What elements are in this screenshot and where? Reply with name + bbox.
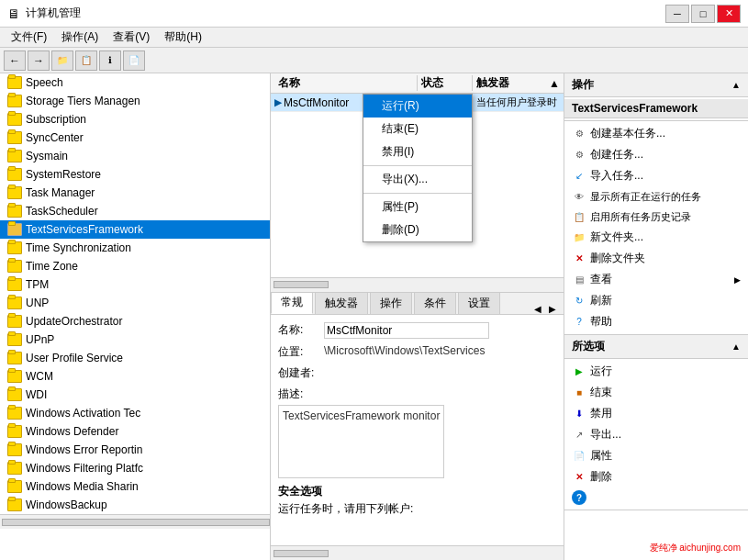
action-enable-history[interactable]: 📋 启用所有任务历史记录: [564, 207, 748, 227]
detail-name-row: 名称:: [278, 322, 556, 339]
tree-item-systemrestore[interactable]: SystemRestore: [0, 165, 270, 184]
right-actions-list: ⚙ 创建基本任务... ⚙ 创建任务... ↙ 导入任务... 👁 显示所有正在…: [564, 121, 748, 335]
tree-item-windefender[interactable]: Windows Defender: [0, 422, 270, 441]
up-button[interactable]: 📁: [51, 50, 73, 71]
tab-actions[interactable]: 操作: [370, 293, 412, 314]
action-new-folder[interactable]: 📁 新文件夹...: [564, 227, 748, 248]
folder-icon-winbackup: [7, 498, 22, 511]
tree-item-textservices[interactable]: TextServicesFramework: [0, 220, 270, 239]
tree-item-sysmain[interactable]: Sysmain: [0, 147, 270, 165]
folder-icon-storage: [7, 95, 22, 107]
refresh-icon: ↻: [572, 294, 586, 308]
tree-item-unp[interactable]: UNP: [0, 294, 270, 312]
selected-action-properties[interactable]: 📄 属性: [564, 445, 748, 466]
action-create-task[interactable]: ⚙ 创建任务...: [564, 144, 748, 165]
tab-general[interactable]: 常规: [271, 293, 313, 314]
selected-action-end[interactable]: ■ 结束: [564, 382, 748, 403]
tree-item-winmedia[interactable]: Windows Media Sharin: [0, 477, 270, 496]
tree-item-subscription[interactable]: Subscription: [0, 110, 270, 129]
red-x-icon-1: ✕: [572, 252, 586, 266]
selected-collapse-arrow[interactable]: ▲: [731, 342, 741, 352]
bottom-scrollbar[interactable]: [271, 545, 564, 560]
gear-icon-2: ⚙: [572, 148, 586, 162]
action-create-basic[interactable]: ⚙ 创建基本任务...: [564, 123, 748, 144]
tree-item-taskmanager[interactable]: Task Manager: [0, 184, 270, 202]
selected-properties-label: 属性: [590, 448, 612, 464]
selected-action-export[interactable]: ↗ 导出...: [564, 424, 748, 445]
tree-item-winbackup[interactable]: WindowsBackup: [0, 496, 270, 514]
close-button[interactable]: ✕: [717, 5, 741, 23]
export-button[interactable]: 📄: [123, 50, 145, 71]
tree-item-storage[interactable]: Storage Tiers Managen: [0, 92, 270, 110]
selected-action-disable[interactable]: ⬇ 禁用: [564, 403, 748, 424]
menu-help[interactable]: 帮助(H): [157, 28, 209, 47]
context-menu-end[interactable]: 结束(E): [363, 118, 472, 140]
tree-item-winfiltering[interactable]: Windows Filtering Platfc: [0, 459, 270, 477]
actions-subheader: TextServicesFramework: [564, 99, 748, 118]
action-help[interactable]: ? 帮助: [564, 311, 748, 332]
action-view[interactable]: ▤ 查看 ▶: [564, 269, 748, 290]
toolbar: ← → 📁 📋 ℹ 📄: [0, 48, 748, 73]
selected-action-run[interactable]: ▶ 运行: [564, 361, 748, 382]
tree-label-taskmanager: Task Manager: [26, 186, 95, 199]
menu-file[interactable]: 文件(F): [4, 28, 54, 47]
context-menu-run[interactable]: 运行(R): [363, 95, 472, 118]
properties-button[interactable]: ℹ: [99, 50, 121, 71]
tree-item-winerror[interactable]: Windows Error Reportin: [0, 441, 270, 459]
detail-desc-row: 描述: TextServicesFramework monitor: [278, 386, 556, 478]
task-row-arrow: ▶: [274, 97, 282, 107]
show-hide-button[interactable]: 📋: [75, 50, 97, 71]
maximize-button[interactable]: □: [691, 5, 715, 23]
view-icon-2: ▤: [572, 273, 586, 287]
tree-item-tpm[interactable]: TPM: [0, 275, 270, 294]
tree-item-timesync[interactable]: Time Synchronization: [0, 239, 270, 257]
tabs-scroll-right[interactable]: ▶: [549, 304, 564, 314]
tab-triggers[interactable]: 触发器: [315, 293, 368, 314]
tree-item-userprofile[interactable]: User Profile Service: [0, 349, 270, 367]
actions-header-label: 操作: [572, 77, 594, 93]
context-menu-disable[interactable]: 禁用(I): [363, 140, 472, 163]
folder-icon-timesync: [7, 241, 22, 254]
context-menu-export[interactable]: 导出(X)...: [363, 168, 472, 191]
folder-icon-winactivation: [7, 407, 22, 420]
scroll-up-btn[interactable]: ▲: [549, 77, 564, 90]
tree-item-synccenter[interactable]: SyncCenter: [0, 129, 270, 147]
window-controls: ─ □ ✕: [665, 5, 741, 23]
tree-item-updateorchestrator[interactable]: UpdateOrchestrator: [0, 312, 270, 330]
name-input[interactable]: [324, 322, 489, 339]
minimize-button[interactable]: ─: [665, 5, 689, 23]
folder-icon-new: 📁: [572, 230, 586, 245]
menu-view[interactable]: 查看(V): [106, 28, 157, 47]
action-refresh[interactable]: ↻ 刷新: [564, 290, 748, 311]
col-name-header: 名称: [271, 75, 418, 91]
forward-button[interactable]: →: [28, 50, 50, 71]
tree-item-timezone[interactable]: Time Zone: [0, 257, 270, 275]
tree-item-speech[interactable]: Speech: [0, 73, 270, 92]
context-menu-delete[interactable]: 删除(D): [363, 218, 472, 241]
folder-icon-windefender: [7, 425, 22, 438]
tab-conditions[interactable]: 条件: [414, 293, 456, 314]
selected-action-help[interactable]: ?: [564, 487, 748, 508]
context-menu-properties[interactable]: 属性(P): [363, 196, 472, 218]
export-icon: ↗: [572, 428, 586, 442]
folder-icon-timezone: [7, 260, 22, 273]
tree-item-taskscheduler[interactable]: TaskScheduler: [0, 202, 270, 220]
right-section-actions-subheader: TextServicesFramework: [564, 97, 748, 121]
action-import[interactable]: ↙ 导入任务...: [564, 165, 748, 186]
action-show-running[interactable]: 👁 显示所有正在运行的任务: [564, 186, 748, 207]
action-delete-folder[interactable]: ✕ 删除文件夹: [564, 248, 748, 269]
tree-item-wdi[interactable]: WDI: [0, 386, 270, 404]
actions-collapse-arrow[interactable]: ▲: [731, 80, 741, 90]
tree-item-wcm[interactable]: WCM: [0, 367, 270, 386]
left-panel-scrollbar[interactable]: [0, 514, 270, 529]
selected-action-delete[interactable]: ✕ 删除: [564, 466, 748, 487]
menu-action[interactable]: 操作(A): [54, 28, 106, 47]
back-button[interactable]: ←: [4, 50, 26, 71]
top-scrollbar[interactable]: [271, 277, 564, 292]
tab-settings[interactable]: 设置: [458, 293, 500, 314]
tabs-more-btn[interactable]: ◀: [534, 304, 549, 314]
tree-item-upnp[interactable]: UPnP: [0, 330, 270, 349]
bottom-scroll-thumb: [274, 550, 329, 557]
disable-icon: ⬇: [572, 407, 586, 421]
tree-item-winactivation[interactable]: Windows Activation Tec: [0, 404, 270, 422]
